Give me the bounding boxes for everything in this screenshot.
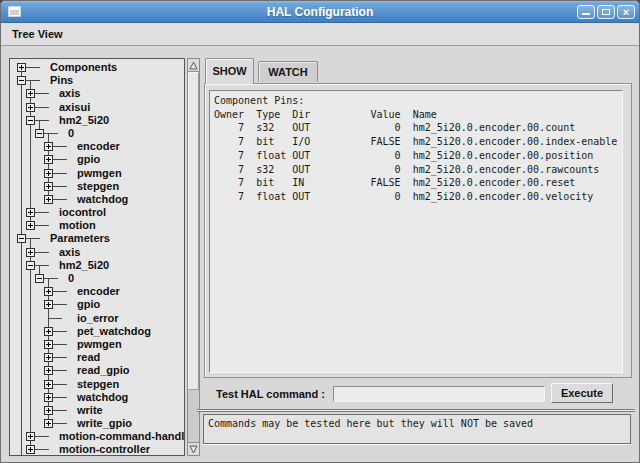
tree-item-Pins[interactable]: Pins xyxy=(10,74,184,87)
expand-icon[interactable] xyxy=(44,353,53,362)
tree-item-pet_watchdog[interactable]: pet_watchdog xyxy=(10,325,184,338)
expand-icon[interactable] xyxy=(44,142,53,151)
tree-item-label: motion xyxy=(59,219,96,232)
collapse-icon[interactable] xyxy=(26,261,35,270)
scroll-up-button[interactable] xyxy=(188,59,199,72)
expand-icon[interactable] xyxy=(44,380,53,389)
scrollbar-thumb[interactable] xyxy=(188,72,199,390)
tree-item-axisui[interactable]: axisui xyxy=(10,101,184,114)
tree-item-gpio[interactable]: gpio xyxy=(10,298,184,311)
hal-tree-panel[interactable]: ComponentsPinsaxisaxisuihm2_5i200encoder… xyxy=(9,58,185,456)
tree-item-label: axis xyxy=(59,87,80,100)
minimize-icon xyxy=(582,13,590,15)
tree-item-watchdog[interactable]: watchdog xyxy=(10,391,184,404)
tree-rows: ComponentsPinsaxisaxisuihm2_5i200encoder… xyxy=(10,61,184,456)
collapse-icon[interactable] xyxy=(17,76,26,85)
tree-item-watchdog[interactable]: watchdog xyxy=(10,193,184,206)
tree-item-Parameters[interactable]: Parameters xyxy=(10,232,184,245)
scroll-down-button[interactable] xyxy=(188,442,199,455)
tree-item-hm2_5i20[interactable]: hm2_5i20 xyxy=(10,114,184,127)
maximize-button[interactable] xyxy=(597,5,615,19)
tree-item-encoder[interactable]: encoder xyxy=(10,285,184,298)
close-button[interactable]: × xyxy=(617,5,635,19)
collapse-icon[interactable] xyxy=(26,116,35,125)
tree-item-stepgen[interactable]: stepgen xyxy=(10,180,184,193)
tree-item-label: stepgen xyxy=(77,378,119,391)
minimize-button[interactable] xyxy=(577,5,595,19)
collapse-icon[interactable] xyxy=(17,234,26,243)
expand-icon[interactable] xyxy=(44,327,53,336)
tree-item-hm2_5i20[interactable]: hm2_5i20 xyxy=(10,259,184,272)
status-message: Commands may be tested here but they wil… xyxy=(204,415,630,429)
tree-item-label: Pins xyxy=(50,74,73,87)
tree-item-stepgen[interactable]: stepgen xyxy=(10,378,184,391)
expand-icon[interactable] xyxy=(44,406,53,415)
separator xyxy=(197,409,635,412)
collapse-icon[interactable] xyxy=(35,274,44,283)
expand-icon[interactable] xyxy=(44,182,53,191)
tree-item-label: Components xyxy=(50,61,117,74)
tab-show[interactable]: SHOW xyxy=(205,58,254,84)
tree-item-axis[interactable]: axis xyxy=(10,87,184,100)
tree-item-encoder[interactable]: encoder xyxy=(10,140,184,153)
expand-icon[interactable] xyxy=(26,221,35,230)
tree-item-label: watchdog xyxy=(77,193,128,206)
expand-icon[interactable] xyxy=(26,103,35,112)
menu-tree-view[interactable]: Tree View xyxy=(12,23,63,46)
expand-icon[interactable] xyxy=(26,248,35,257)
tree-item-write[interactable]: write xyxy=(10,404,184,417)
collapse-icon[interactable] xyxy=(35,129,44,138)
tree-item-read_gpio[interactable]: read_gpio xyxy=(10,364,184,377)
tree-item-io_error[interactable]: io_error xyxy=(10,312,184,325)
tree-item-label: stepgen xyxy=(77,180,119,193)
execute-button[interactable]: Execute xyxy=(551,383,613,403)
tree-item-label: read xyxy=(77,351,100,364)
expand-icon[interactable] xyxy=(17,63,26,72)
expand-icon[interactable] xyxy=(44,287,53,296)
tree-item-label: hm2_5i20 xyxy=(59,259,109,272)
expand-icon[interactable] xyxy=(44,155,53,164)
tab-watch[interactable]: WATCH xyxy=(258,61,318,82)
expand-icon[interactable] xyxy=(44,169,53,178)
expand-icon[interactable] xyxy=(44,419,53,428)
tree-item-pwmgen[interactable]: pwmgen xyxy=(10,167,184,180)
expand-icon[interactable] xyxy=(44,195,53,204)
arrow-up-icon xyxy=(189,61,198,70)
expand-icon[interactable] xyxy=(44,300,53,309)
titlebar[interactable]: HAL Configuration × xyxy=(1,1,639,23)
expand-icon[interactable] xyxy=(26,89,35,98)
tree-item-label: axis xyxy=(59,246,80,259)
tree-item-iocontrol[interactable]: iocontrol xyxy=(10,206,184,219)
status-message-box: Commands may be tested here but they wil… xyxy=(203,414,631,444)
tree-item-0[interactable]: 0 xyxy=(10,127,184,140)
close-icon: × xyxy=(618,6,634,18)
tree-item-label: axisui xyxy=(59,101,90,114)
tree-item-label: encoder xyxy=(77,285,120,298)
tree-item-motion-controller[interactable]: motion-controller xyxy=(10,443,184,456)
tree-item-axis[interactable]: axis xyxy=(10,246,184,259)
hal-command-input[interactable] xyxy=(333,386,545,402)
expand-icon[interactable] xyxy=(44,393,53,402)
expand-icon[interactable] xyxy=(26,432,35,441)
expand-icon[interactable] xyxy=(44,366,53,375)
expand-icon[interactable] xyxy=(26,208,35,217)
tree-item-read[interactable]: read xyxy=(10,351,184,364)
tree-item-gpio[interactable]: gpio xyxy=(10,153,184,166)
expand-icon[interactable] xyxy=(44,340,53,349)
tree-item-label: pwmgen xyxy=(77,167,122,180)
tree-scrollbar[interactable] xyxy=(187,58,200,456)
tree-item-motion[interactable]: motion xyxy=(10,219,184,232)
tree-item-label: watchdog xyxy=(77,391,128,404)
tree-item-label: 0 xyxy=(68,272,74,285)
tree-item-label: pet_watchdog xyxy=(77,325,151,338)
tree-item-Components[interactable]: Components xyxy=(10,61,184,74)
expand-icon[interactable] xyxy=(26,445,35,454)
hal-configuration-window: HAL Configuration × Tree View Components… xyxy=(0,0,640,463)
tree-item-motion-command-handl[interactable]: motion-command-handl xyxy=(10,430,184,443)
tree-item-label: gpio xyxy=(77,298,100,311)
tree-item-pwmgen[interactable]: pwmgen xyxy=(10,338,184,351)
tree-item-0[interactable]: 0 xyxy=(10,272,184,285)
show-output-textbox[interactable]: Component Pins: Owner Type Dir Value Nam… xyxy=(209,90,623,373)
tree-item-label: motion-controller xyxy=(59,443,150,456)
tree-item-write_gpio[interactable]: write_gpio xyxy=(10,417,184,430)
